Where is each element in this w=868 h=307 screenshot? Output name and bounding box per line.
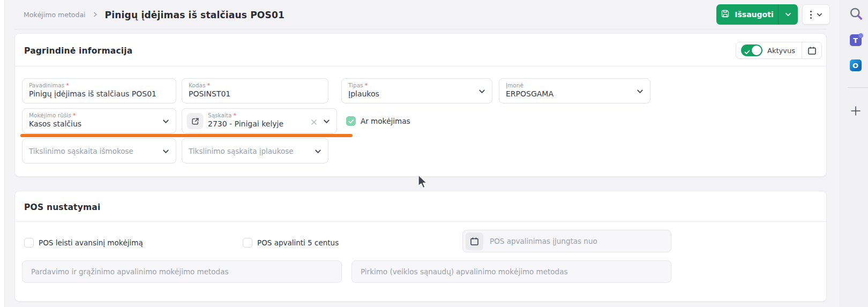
chevron-down-icon [162, 147, 170, 158]
kodas-value: POSINST01 [189, 89, 321, 98]
app-window: Mokėjimo metodai Pinigų įdėjimas iš stal… [0, 0, 868, 307]
general-card-title: Pagrindinė informacija [24, 46, 133, 56]
chevron-down-icon [323, 117, 331, 128]
mokejimo-rusis-select[interactable]: Mokėjimo rūšis * Kasos stalčius [22, 108, 176, 133]
kodas-field[interactable]: Kodas * POSINST01 [182, 78, 328, 103]
pos-settings-card: POS nustatymai POS leisti avansinį mokėj… [14, 191, 827, 302]
tipas-label: Tipas [348, 82, 363, 88]
external-link-icon [191, 117, 199, 125]
active-toggle-label: Aktyvus [767, 47, 795, 55]
required-asterisk: * [66, 82, 69, 88]
status-pill: Aktyvus [736, 42, 822, 59]
imone-label: Įmonė [506, 82, 523, 88]
required-asterisk: * [365, 82, 368, 88]
pos-apvalinimas-nuo-datepicker[interactable]: POS apvalinimas įjungtas nuo [462, 230, 671, 252]
topbar-divider [14, 29, 827, 29]
pardavimo-apvalinimo-metodas-field[interactable]: Pardavimo ir grąžinimo apvalinimo mokėji… [22, 260, 342, 283]
chevron-down-icon [784, 11, 792, 18]
toggle-knob [752, 46, 761, 55]
calendar-icon [807, 46, 817, 55]
mokejimo-rusis-label: Mokėjimo rūšis [29, 112, 71, 118]
pos-card-title: POS nustatymai [24, 203, 101, 212]
more-actions-button[interactable] [802, 4, 830, 25]
general-info-card: Pagrindinė informacija Aktyvus [14, 33, 827, 177]
tikslinimo-iplaukose-select[interactable]: Tikslinimo sąskaita įplaukose [182, 138, 328, 163]
pos-apvalinimas-nuo-placeholder: POS apvalinimas įjungtas nuo [490, 237, 597, 245]
chevron-down-icon [636, 87, 644, 98]
ms-teams-icon[interactable]: T [850, 34, 862, 46]
ar-mokejimas-checkbox[interactable]: Ar mokėjimas [346, 116, 410, 126]
tikslinimo-ismokose-select[interactable]: Tikslinimo sąskaita išmokose [22, 138, 176, 163]
outlook-glyph: O [852, 62, 858, 70]
kodas-label: Kodas [189, 82, 205, 88]
chevron-down-icon [816, 11, 823, 18]
ms-outlook-icon[interactable]: O [850, 59, 862, 71]
calendar-icon-square [466, 233, 483, 250]
active-toggle[interactable]: Aktyvus [736, 44, 802, 56]
imone-select[interactable]: Įmonė ERPOSGAMA [499, 78, 650, 103]
required-asterisk: * [73, 112, 76, 118]
right-icon-rail: T O [840, 0, 868, 307]
history-calendar-button[interactable] [802, 42, 821, 59]
pavadinimas-value: Pinigų įdėjimas iš stalčiaus POS01 [29, 89, 169, 98]
search-icon[interactable] [849, 6, 863, 23]
mouse-cursor [418, 175, 429, 192]
tikslinimo-ismokose-placeholder: Tikslinimo sąskaita išmokose [29, 147, 133, 155]
pos-apvalinti-label: POS apvalinti 5 centus [257, 238, 339, 247]
pirkimo-apvalinimo-placeholder: Pirkimo (veiklos sąnaudų) apvalinimo mok… [361, 267, 568, 276]
teams-glyph: T [853, 36, 858, 44]
checkbox-checked-icon[interactable] [346, 116, 356, 126]
toggle-switch-on[interactable] [741, 44, 762, 56]
open-record-button[interactable] [187, 113, 203, 129]
add-plus-icon[interactable] [850, 105, 862, 119]
saskaita-select[interactable]: Sąskaita * 2730 - Pinigai kelyje [182, 108, 337, 133]
pavadinimas-field[interactable]: Pavadinimas * Pinigų įdėjimas iš stalčia… [22, 78, 176, 103]
save-split-button: Išsaugoti [716, 4, 798, 25]
save-icon [721, 9, 730, 20]
page-title: Pinigų įdėjimas iš stalčiaus POS01 [105, 10, 285, 20]
card-header-divider [15, 66, 826, 66]
pos-avansinis-checkbox[interactable]: POS leisti avansinį mokėjimą [24, 238, 143, 248]
mokejimo-rusis-value: Kasos stalčius [29, 119, 169, 128]
chevron-down-icon [162, 117, 170, 128]
top-bar: Mokėjimo metodai Pinigų įdėjimas iš stal… [14, 0, 827, 29]
pos-avansinis-label: POS leisti avansinį mokėjimą [39, 238, 143, 247]
checkbox-unchecked-icon[interactable] [243, 238, 252, 248]
toggle-check-icon [744, 47, 750, 57]
clear-icon[interactable] [311, 117, 317, 128]
chevron-down-icon [314, 147, 322, 158]
collapsed-left-sidebar [0, 0, 5, 307]
orange-highlight-line [20, 134, 353, 137]
tikslinimo-iplaukose-placeholder: Tikslinimo sąskaita įplaukose [189, 147, 294, 155]
kebab-menu-icon [810, 10, 812, 19]
breadcrumb: Mokėjimo metodai Pinigų įdėjimas iš stal… [24, 0, 285, 29]
breadcrumb-link-payment-methods[interactable]: Mokėjimo metodai [24, 11, 86, 19]
pos-apvalinti-checkbox[interactable]: POS apvalinti 5 centus [243, 238, 339, 248]
save-button[interactable]: Išsaugoti [716, 4, 778, 25]
rail-divider [848, 87, 868, 88]
calendar-icon [470, 237, 479, 246]
save-dropdown-button[interactable] [778, 4, 798, 25]
pavadinimas-label: Pavadinimas [29, 82, 64, 88]
breadcrumb-chevron-icon [92, 10, 99, 20]
required-asterisk: * [207, 82, 210, 88]
chevron-down-icon [478, 87, 486, 98]
tipas-value: Įplaukos [348, 89, 485, 98]
checkbox-unchecked-icon[interactable] [24, 238, 34, 248]
pirkimo-apvalinimo-metodas-field[interactable]: Pirkimo (veiklos sąnaudų) apvalinimo mok… [351, 260, 671, 283]
saskaita-label: Sąskaita [208, 112, 231, 118]
imone-value: ERPOSGAMA [506, 89, 643, 98]
pardavimo-apvalinimo-placeholder: Pardavimo ir grąžinimo apvalinimo mokėji… [31, 267, 228, 276]
tipas-select[interactable]: Tipas * Įplaukos [341, 78, 492, 103]
card-header-divider [15, 221, 826, 222]
save-button-label: Išsaugoti [735, 10, 773, 19]
required-asterisk: * [234, 112, 236, 118]
ar-mokejimas-label: Ar mokėjimas [361, 117, 410, 125]
